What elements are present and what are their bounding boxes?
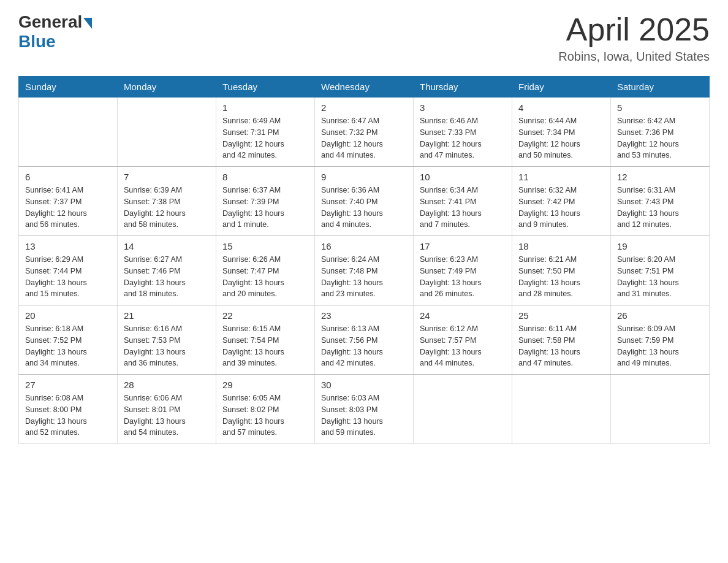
day-number: 2	[321, 102, 407, 113]
day-number: 12	[617, 172, 703, 182]
calendar-day-header: Monday	[118, 77, 216, 98]
calendar-cell: 27Sunrise: 6:08 AM Sunset: 8:00 PM Dayli…	[19, 375, 118, 444]
day-number: 6	[25, 172, 111, 182]
calendar-cell: 29Sunrise: 6:05 AM Sunset: 8:02 PM Dayli…	[216, 375, 315, 444]
day-info: Sunrise: 6:39 AM Sunset: 7:38 PM Dayligh…	[124, 185, 210, 231]
day-info: Sunrise: 6:16 AM Sunset: 7:53 PM Dayligh…	[124, 323, 210, 369]
day-info: Sunrise: 6:23 AM Sunset: 7:49 PM Dayligh…	[420, 254, 506, 300]
day-number: 3	[420, 102, 506, 113]
calendar-cell: 17Sunrise: 6:23 AM Sunset: 7:49 PM Dayli…	[414, 236, 512, 305]
day-number: 14	[124, 241, 210, 251]
day-info: Sunrise: 6:08 AM Sunset: 8:00 PM Dayligh…	[25, 393, 111, 439]
day-info: Sunrise: 6:21 AM Sunset: 7:50 PM Dayligh…	[518, 254, 604, 300]
calendar-table: SundayMondayTuesdayWednesdayThursdayFrid…	[18, 76, 710, 444]
calendar-cell: 20Sunrise: 6:18 AM Sunset: 7:52 PM Dayli…	[19, 305, 118, 375]
day-info: Sunrise: 6:15 AM Sunset: 7:54 PM Dayligh…	[222, 323, 308, 369]
day-info: Sunrise: 6:44 AM Sunset: 7:34 PM Dayligh…	[518, 115, 604, 161]
calendar-day-header: Wednesday	[315, 77, 414, 98]
calendar-cell: 22Sunrise: 6:15 AM Sunset: 7:54 PM Dayli…	[216, 305, 315, 375]
day-info: Sunrise: 6:05 AM Sunset: 8:02 PM Dayligh…	[222, 393, 308, 439]
day-info: Sunrise: 6:20 AM Sunset: 7:51 PM Dayligh…	[617, 254, 703, 300]
day-info: Sunrise: 6:32 AM Sunset: 7:42 PM Dayligh…	[518, 185, 604, 231]
calendar-cell: 18Sunrise: 6:21 AM Sunset: 7:50 PM Dayli…	[512, 236, 611, 305]
calendar-cell: 10Sunrise: 6:34 AM Sunset: 7:41 PM Dayli…	[414, 167, 512, 236]
day-number: 13	[25, 241, 111, 251]
location-text: Robins, Iowa, United States	[558, 50, 710, 64]
logo: General Blue	[18, 12, 93, 52]
calendar-week-row: 1Sunrise: 6:49 AM Sunset: 7:31 PM Daylig…	[19, 98, 710, 167]
day-number: 25	[518, 310, 604, 321]
day-number: 27	[25, 380, 111, 390]
day-info: Sunrise: 6:13 AM Sunset: 7:56 PM Dayligh…	[321, 323, 407, 369]
calendar-cell: 8Sunrise: 6:37 AM Sunset: 7:39 PM Daylig…	[216, 167, 315, 236]
day-info: Sunrise: 6:31 AM Sunset: 7:43 PM Dayligh…	[617, 185, 703, 231]
calendar-day-header: Sunday	[19, 77, 118, 98]
day-info: Sunrise: 6:26 AM Sunset: 7:47 PM Dayligh…	[222, 254, 308, 300]
day-number: 4	[518, 102, 604, 113]
calendar-cell: 14Sunrise: 6:27 AM Sunset: 7:46 PM Dayli…	[118, 236, 216, 305]
day-info: Sunrise: 6:06 AM Sunset: 8:01 PM Dayligh…	[124, 393, 210, 439]
day-info: Sunrise: 6:49 AM Sunset: 7:31 PM Dayligh…	[222, 115, 308, 161]
calendar-week-row: 6Sunrise: 6:41 AM Sunset: 7:37 PM Daylig…	[19, 167, 710, 236]
calendar-cell: 13Sunrise: 6:29 AM Sunset: 7:44 PM Dayli…	[19, 236, 118, 305]
day-number: 26	[617, 310, 703, 321]
calendar-cell	[611, 375, 710, 444]
calendar-week-row: 27Sunrise: 6:08 AM Sunset: 8:00 PM Dayli…	[19, 375, 710, 444]
day-number: 16	[321, 241, 407, 251]
day-info: Sunrise: 6:37 AM Sunset: 7:39 PM Dayligh…	[222, 185, 308, 231]
calendar-week-row: 20Sunrise: 6:18 AM Sunset: 7:52 PM Dayli…	[19, 305, 710, 375]
calendar-week-row: 13Sunrise: 6:29 AM Sunset: 7:44 PM Dayli…	[19, 236, 710, 305]
day-number: 24	[420, 310, 506, 321]
calendar-cell: 30Sunrise: 6:03 AM Sunset: 8:03 PM Dayli…	[315, 375, 414, 444]
calendar-cell: 12Sunrise: 6:31 AM Sunset: 7:43 PM Dayli…	[611, 167, 710, 236]
logo-triangle-icon	[83, 18, 92, 29]
calendar-cell: 24Sunrise: 6:12 AM Sunset: 7:57 PM Dayli…	[414, 305, 512, 375]
day-info: Sunrise: 6:11 AM Sunset: 7:58 PM Dayligh…	[518, 323, 604, 369]
day-info: Sunrise: 6:24 AM Sunset: 7:48 PM Dayligh…	[321, 254, 407, 300]
day-info: Sunrise: 6:46 AM Sunset: 7:33 PM Dayligh…	[420, 115, 506, 161]
day-number: 23	[321, 310, 407, 321]
month-title: April 2025	[558, 12, 710, 47]
day-number: 5	[617, 102, 703, 113]
calendar-cell: 26Sunrise: 6:09 AM Sunset: 7:59 PM Dayli…	[611, 305, 710, 375]
day-number: 30	[321, 380, 407, 390]
logo-blue-text: Blue	[18, 32, 56, 52]
day-number: 21	[124, 310, 210, 321]
calendar-cell: 23Sunrise: 6:13 AM Sunset: 7:56 PM Dayli…	[315, 305, 414, 375]
calendar-day-header: Thursday	[414, 77, 512, 98]
day-number: 15	[222, 241, 308, 251]
day-info: Sunrise: 6:12 AM Sunset: 7:57 PM Dayligh…	[420, 323, 506, 369]
day-info: Sunrise: 6:09 AM Sunset: 7:59 PM Dayligh…	[617, 323, 703, 369]
day-info: Sunrise: 6:29 AM Sunset: 7:44 PM Dayligh…	[25, 254, 111, 300]
calendar-day-header: Tuesday	[216, 77, 315, 98]
day-info: Sunrise: 6:41 AM Sunset: 7:37 PM Dayligh…	[25, 185, 111, 231]
day-info: Sunrise: 6:27 AM Sunset: 7:46 PM Dayligh…	[124, 254, 210, 300]
day-number: 17	[420, 241, 506, 251]
day-number: 18	[518, 241, 604, 251]
calendar-cell	[414, 375, 512, 444]
day-info: Sunrise: 6:47 AM Sunset: 7:32 PM Dayligh…	[321, 115, 407, 161]
calendar-cell: 19Sunrise: 6:20 AM Sunset: 7:51 PM Dayli…	[611, 236, 710, 305]
day-number: 29	[222, 380, 308, 390]
logo-general-text: General	[18, 12, 82, 32]
day-info: Sunrise: 6:03 AM Sunset: 8:03 PM Dayligh…	[321, 393, 407, 439]
day-number: 19	[617, 241, 703, 251]
day-number: 11	[518, 172, 604, 182]
day-number: 28	[124, 380, 210, 390]
calendar-header-row: SundayMondayTuesdayWednesdayThursdayFrid…	[19, 77, 710, 98]
day-info: Sunrise: 6:36 AM Sunset: 7:40 PM Dayligh…	[321, 185, 407, 231]
calendar-cell: 2Sunrise: 6:47 AM Sunset: 7:32 PM Daylig…	[315, 98, 414, 167]
calendar-cell: 3Sunrise: 6:46 AM Sunset: 7:33 PM Daylig…	[414, 98, 512, 167]
calendar-cell: 21Sunrise: 6:16 AM Sunset: 7:53 PM Dayli…	[118, 305, 216, 375]
calendar-cell: 15Sunrise: 6:26 AM Sunset: 7:47 PM Dayli…	[216, 236, 315, 305]
calendar-cell: 28Sunrise: 6:06 AM Sunset: 8:01 PM Dayli…	[118, 375, 216, 444]
calendar-day-header: Friday	[512, 77, 611, 98]
day-info: Sunrise: 6:42 AM Sunset: 7:36 PM Dayligh…	[617, 115, 703, 161]
calendar-cell: 9Sunrise: 6:36 AM Sunset: 7:40 PM Daylig…	[315, 167, 414, 236]
calendar-cell: 6Sunrise: 6:41 AM Sunset: 7:37 PM Daylig…	[19, 167, 118, 236]
calendar-day-header: Saturday	[611, 77, 710, 98]
calendar-cell: 16Sunrise: 6:24 AM Sunset: 7:48 PM Dayli…	[315, 236, 414, 305]
day-number: 8	[222, 172, 308, 182]
calendar-cell	[19, 98, 118, 167]
day-number: 22	[222, 310, 308, 321]
